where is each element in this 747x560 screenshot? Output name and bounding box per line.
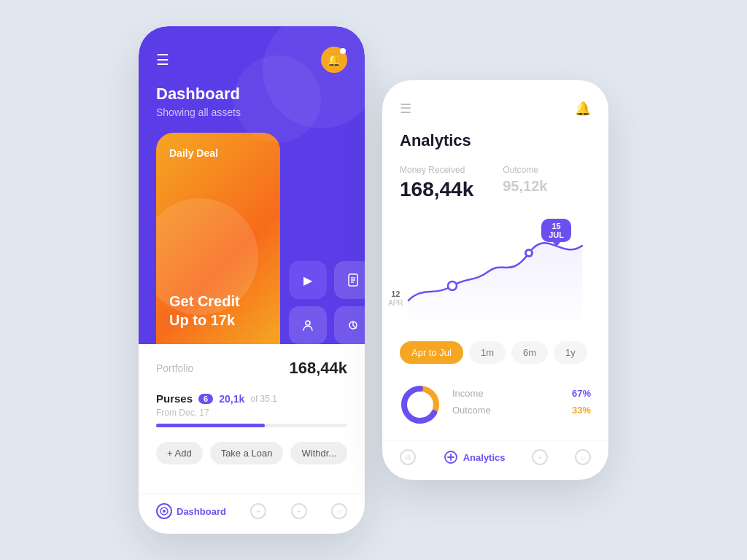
svg-point-6 — [163, 510, 166, 513]
tooltip-month: JUL — [549, 230, 564, 239]
filter-6m[interactable]: 6m — [511, 341, 548, 364]
money-received-stat: Money Received 168,44k — [400, 165, 473, 201]
outcome-legend-row: Outcome 33% — [452, 405, 591, 416]
purses-amount: 20,1k — [219, 393, 244, 405]
portfolio-value: 168,44k — [289, 359, 347, 378]
outcome-stat: Outcome 95,12k — [503, 165, 547, 201]
analytics-nav-main[interactable]: Analytics — [443, 449, 506, 465]
dashboard-nav-icon — [156, 503, 172, 519]
bell-symbol: 🔔 — [327, 53, 341, 67]
chart-tooltip: 15 JUL — [541, 219, 571, 242]
nav-plus-1[interactable]: + — [250, 503, 266, 519]
analytics-header-top: ☰ 🔔 — [400, 101, 591, 117]
analytics-header: ☰ 🔔 Analytics Money Received 168,44k Out… — [382, 80, 608, 201]
action-doc-button[interactable] — [334, 261, 365, 299]
withdraw-button[interactable]: Withdr... — [290, 442, 347, 464]
nav-plus-2-icon: + — [291, 503, 307, 519]
menu-icon[interactable]: ☰ — [156, 51, 169, 69]
portfolio-row: Portfolio 168,44k — [156, 359, 347, 378]
purses-date: From Dec, 17 — [156, 408, 347, 418]
money-received-value: 168,44k — [400, 178, 473, 201]
nav-plus-1-icon: + — [250, 503, 266, 519]
outcome-legend-label: Outcome — [452, 405, 491, 416]
donut-section: Income 67% Outcome 33% — [382, 376, 608, 440]
action-user-button[interactable] — [289, 306, 327, 344]
donut-chart — [400, 384, 441, 425]
dashboard-title: Dashboard — [156, 85, 347, 104]
add-button[interactable]: + Add — [156, 442, 203, 464]
nav-dashboard[interactable]: Dashboard — [156, 503, 226, 519]
nav-plus-2[interactable]: + — [291, 503, 307, 519]
dashboard-body: Portfolio 168,44k Purses 6 20,1k of 35.1… — [139, 344, 365, 494]
analytics-plus-icon: + — [532, 449, 548, 465]
money-received-label: Money Received — [400, 165, 473, 175]
dashboard-bottom-nav: Dashboard + + ☺ — [139, 494, 365, 534]
analytics-settings-icon: ⚙ — [400, 449, 416, 465]
outcome-label: Outcome — [503, 165, 547, 175]
analytics-nav-plus[interactable]: + — [532, 449, 548, 465]
nav-profile-icon: ☺ — [331, 503, 347, 519]
purses-progress-fill — [156, 424, 265, 427]
filter-1y[interactable]: 1y — [554, 341, 587, 364]
income-legend-row: Income 67% — [452, 388, 591, 399]
outcome-legend-value: 33% — [572, 405, 591, 416]
analytics-title: Analytics — [400, 131, 591, 150]
daily-deal-cta: Get CreditUp to 17k — [169, 292, 267, 330]
analytics-nav-label: Analytics — [463, 452, 506, 463]
daily-deal-label: Daily Deal — [169, 147, 267, 159]
purses-title: Purses — [156, 392, 193, 405]
chart-label-date: 12 — [388, 289, 403, 299]
analytics-nav-profile[interactable]: ☺ — [575, 449, 591, 465]
analytics-profile-icon: ☺ — [575, 449, 591, 465]
analytics-stats: Money Received 168,44k Outcome 95,12k — [400, 165, 591, 201]
analytics-bell-icon[interactable]: 🔔 — [575, 101, 591, 117]
analytics-bottom-nav: ⚙ Analytics + ☺ — [382, 440, 608, 480]
action-buttons-row: + Add Take a Loan Withdr... — [156, 442, 347, 464]
quick-actions: ▶ — [289, 261, 365, 344]
svg-point-9 — [527, 251, 531, 255]
analytics-nav-settings[interactable]: ⚙ — [400, 449, 416, 465]
action-chart-button[interactable] — [334, 306, 365, 344]
donut-legend: Income 67% Outcome 33% — [452, 388, 591, 421]
phones-container: ☰ 🔔 Dashboard Showing all assets Daily D… — [139, 26, 608, 534]
filter-1m[interactable]: 1m — [469, 341, 506, 364]
purses-total: of 35.1 — [250, 394, 277, 404]
dashboard-phone: ☰ 🔔 Dashboard Showing all assets Daily D… — [139, 26, 365, 534]
income-legend-label: Income — [452, 388, 484, 399]
outcome-value: 95,12k — [503, 178, 547, 195]
purses-progress-bg — [156, 424, 347, 427]
dashboard-nav-label: Dashboard — [177, 506, 226, 517]
svg-point-4 — [306, 321, 310, 325]
svg-point-7 — [448, 281, 457, 290]
purses-header: Purses 6 20,1k of 35.1 — [156, 392, 347, 405]
time-filters: Apr to Jul 1m 6m 1y — [382, 330, 608, 376]
purses-section: Purses 6 20,1k of 35.1 From Dec, 17 — [156, 392, 347, 427]
income-legend-value: 67% — [572, 388, 591, 399]
purses-count-badge: 6 — [198, 394, 213, 404]
cards-area: Daily Deal Get CreditUp to 17k ▶ — [156, 133, 347, 344]
tooltip-date: 15 — [549, 222, 564, 230]
filter-apr-jul[interactable]: Apr to Jul — [400, 341, 463, 364]
action-row-1: ▶ — [289, 261, 365, 299]
analytics-phone: ☰ 🔔 Analytics Money Received 168,44k Out… — [382, 80, 608, 480]
dashboard-subtitle: Showing all assets — [156, 106, 347, 118]
nav-profile[interactable]: ☺ — [331, 503, 347, 519]
dashboard-header: ☰ 🔔 Dashboard Showing all assets Daily D… — [139, 26, 365, 344]
daily-deal-card[interactable]: Daily Deal Get CreditUp to 17k — [156, 133, 280, 344]
loan-button[interactable]: Take a Loan — [210, 442, 284, 464]
analytics-chart: 15 JUL 12 APR — [382, 213, 608, 330]
tooltip-arrow — [553, 242, 560, 246]
chart-label-month: APR — [388, 299, 403, 308]
action-play-button[interactable]: ▶ — [289, 261, 327, 299]
analytics-menu-icon[interactable]: ☰ — [400, 101, 411, 117]
portfolio-label: Portfolio — [156, 362, 193, 374]
notification-bell[interactable]: 🔔 — [321, 47, 347, 73]
dashboard-header-top: ☰ 🔔 — [156, 47, 347, 73]
action-row-2 — [289, 306, 365, 344]
chart-label-apr: 12 APR — [388, 289, 403, 308]
analytics-main-icon — [443, 449, 459, 465]
